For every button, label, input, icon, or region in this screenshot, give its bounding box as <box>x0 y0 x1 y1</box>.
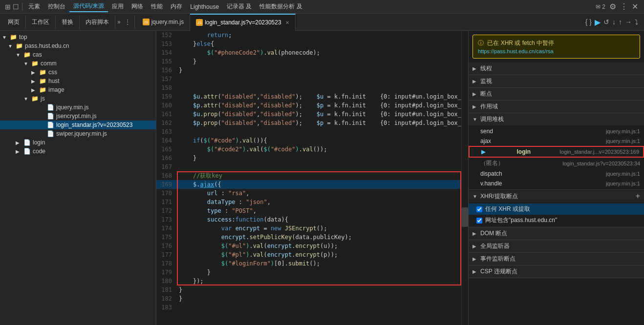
tree-login[interactable]: ▶ 📄 login <box>0 138 156 147</box>
tab-webpage[interactable]: 网页 <box>2 15 26 29</box>
xhr-breakpoints-header[interactable]: ▼ XHR/提取断点 + <box>469 190 644 203</box>
format-icon[interactable]: { } <box>585 18 592 26</box>
tree-image[interactable]: ▶ 📁 image <box>0 85 156 94</box>
code-line-174: 174 var encrypt = new JSEncrypt(); <box>156 224 461 233</box>
tree-jquery[interactable]: ▶ 📄 jquery.min.js <box>0 103 156 112</box>
code-line-175: 175 encrypt.setPublicKey(data.publicKey)… <box>156 233 461 242</box>
dom-breakpoints-header[interactable]: ▶ DOM 断点 <box>469 227 644 240</box>
menu-lighthouse[interactable]: Lighthouse <box>186 2 223 11</box>
step-into-icon[interactable]: ↓ <box>612 18 616 26</box>
arrow-event: ▶ <box>472 256 478 262</box>
code-line-167: 167 <box>156 162 461 171</box>
tab-menu-icon[interactable]: ⋮ <box>123 19 132 25</box>
section-xhr-breakpoints: ▼ XHR/提取断点 + 任何 XHR 或提取 网址包含"pass.hust.e… <box>469 190 644 227</box>
tree-js[interactable]: ▼ 📁 js <box>0 94 156 103</box>
tree-hust[interactable]: ▶ 📁 hust <box>0 77 156 85</box>
tab-content-scripts[interactable]: 内容脚本 <box>80 15 115 29</box>
tree-code[interactable]: ▶ 📄 code <box>0 147 156 156</box>
folder-icon-top: 📁 <box>10 34 17 41</box>
step-over-icon[interactable]: ↺ <box>603 18 609 26</box>
settings-icon[interactable]: ⚙ <box>609 2 616 11</box>
tab-close-login[interactable]: ✕ <box>285 20 289 25</box>
menu-sources[interactable]: 源代码/来源 <box>69 1 108 12</box>
tree-jsencrypt[interactable]: ▶ 📄 jsencrypt.min.js <box>0 112 156 121</box>
more-icon[interactable]: ⋮ <box>620 2 628 11</box>
tree-login-standar[interactable]: ▶ 📄 login_standar.js?v=20230523 <box>0 121 156 129</box>
right-panel: ⓘ 已在 XHR 或 fetch 中暂停 https://pass.hust.e… <box>468 31 644 325</box>
menu-perf-insights[interactable]: 性能数据分析 及 <box>256 1 306 12</box>
tree-pass-hust[interactable]: ▼ 📁 pass.hust.edu.cn <box>0 41 156 50</box>
callstack-ajax[interactable]: ajax jquery.min.js:1 <box>469 136 644 146</box>
code-line-181: 181 } <box>156 285 461 294</box>
tree-swiper[interactable]: ▶ 📄 swiper.jquery.min.js <box>0 129 156 138</box>
window-icon[interactable]: ☐ <box>13 3 19 11</box>
section-breakpoints-header[interactable]: ▶ 断点 <box>469 88 644 100</box>
section-scope: ▶ 作用域 <box>469 101 644 113</box>
bp-url-contains[interactable]: 网址包含"pass.hust.edu.cn" <box>469 215 644 226</box>
section-watch-header[interactable]: ▶ 监视 <box>469 75 644 87</box>
callstack-anon[interactable]: （匿名） login_standar.js?v=20230523:34 <box>469 158 644 169</box>
step-icon[interactable]: → <box>625 18 632 26</box>
deactivate-icon[interactable]: ⤵ <box>635 18 638 26</box>
global-listeners-header[interactable]: ▶ 全局监听器 <box>469 240 644 252</box>
section-watch: ▶ 监视 <box>469 75 644 88</box>
callstack-send[interactable]: send jquery.min.js:1 <box>469 126 644 136</box>
menu-memory[interactable]: 内存 <box>167 1 186 12</box>
tab-bar: 网页 工作区 替换 内容脚本 » ⋮ JS jquery.min.js JS l… <box>0 14 644 31</box>
close-icon[interactable]: ✕ <box>632 2 638 11</box>
resume-icon[interactable]: ▶ <box>595 18 601 27</box>
bp-any-xhr-checkbox[interactable] <box>476 206 482 212</box>
code-line-152: 152 return; <box>156 31 461 40</box>
menu-recorder[interactable]: 记录器 及 <box>223 1 256 12</box>
menu-performance[interactable]: 性能 <box>147 1 167 12</box>
section-callstack-header[interactable]: ▼ 调用堆栈 <box>469 113 644 125</box>
code-line-183: 183 <box>156 303 461 312</box>
menu-console[interactable]: 控制台 <box>44 1 69 12</box>
tree-css[interactable]: ▶ 📁 css <box>0 68 156 77</box>
message-icon[interactable]: ✉ 2 <box>596 3 605 10</box>
menu-elements[interactable]: 元素 <box>24 1 44 12</box>
tab-replace[interactable]: 替换 <box>56 15 80 29</box>
add-xhr-breakpoint[interactable]: + <box>636 192 640 201</box>
code-line-165: 165 $("#code2").val($("#code").val()); <box>156 145 461 154</box>
file-icon-login-folder: 📄 <box>23 139 31 146</box>
more-tabs-icon[interactable]: » <box>115 19 123 25</box>
file-tab-login-standar[interactable]: JS login_standar.js?v=20230523 ✕ <box>190 14 295 31</box>
menu-application[interactable]: 应用 <box>108 1 128 12</box>
paused-url[interactable]: https://pass.hust.edu.cn/cas/rsa <box>478 48 635 54</box>
folder-icon-comm: 📁 <box>31 60 39 67</box>
section-event-listeners: ▶ 事件监听断点 <box>469 253 644 265</box>
bp-url-checkbox[interactable] <box>476 218 482 223</box>
callstack-dispatch[interactable]: dispatch jquery.min.js:1 <box>469 169 644 179</box>
tab-workspace[interactable]: 工作区 <box>26 15 56 29</box>
file-tab-jquery[interactable]: JS jquery.min.js <box>137 14 190 31</box>
tree-comm[interactable]: ▼ 📁 comm <box>0 59 156 68</box>
bp-any-xhr[interactable]: 任何 XHR 或提取 <box>469 203 644 215</box>
code-line-164: 164 if($("#code").val()){ <box>156 136 461 145</box>
info-icon: ⓘ <box>478 40 484 46</box>
code-line-158: 158 <box>156 83 461 92</box>
csp-breakpoints-header[interactable]: ▶ CSP 违规断点 <box>469 265 644 278</box>
file-icon-jquery: JS <box>143 19 150 25</box>
menu-network[interactable]: 网络 <box>128 1 147 12</box>
section-scope-header[interactable]: ▶ 作用域 <box>469 101 644 113</box>
code-container[interactable]: 152 return; 153 }else{ 154 $("#phoneCode… <box>156 31 461 325</box>
callstack-vhandle[interactable]: v.handle jquery.min.js:1 <box>469 179 644 188</box>
code-line-172: 172 type : "POST", <box>156 206 461 215</box>
tree-cas[interactable]: ▼ 📁 cas <box>0 50 156 59</box>
tree-top[interactable]: ▼ 📁 top <box>0 33 156 41</box>
code-line-162: 162 $p.prop("disabled","disabled"); $p =… <box>156 119 461 127</box>
callstack-login[interactable]: ▶ login login_standar.j...v=20230523:169 <box>469 146 644 158</box>
code-line-173: 173 success:function(data){ <box>156 215 461 224</box>
code-line-171: 171 dataType : "json", <box>156 198 461 206</box>
arrow-callstack: ▼ <box>472 117 478 122</box>
scrollbar[interactable] <box>461 31 468 325</box>
event-listeners-header[interactable]: ▶ 事件监听断点 <box>469 253 644 265</box>
code-line-179: 179 } <box>156 268 461 277</box>
section-threads-header[interactable]: ▶ 线程 <box>469 62 644 75</box>
step-out-icon[interactable]: ↑ <box>619 18 622 26</box>
dock-icon[interactable]: ⊞ <box>5 3 11 11</box>
section-csp-breakpoints: ▶ CSP 违规断点 <box>469 265 644 278</box>
xhr-breakpoints-body: 任何 XHR 或提取 网址包含"pass.hust.edu.cn" <box>469 203 644 227</box>
code-line-180: 180 }); <box>156 277 461 285</box>
